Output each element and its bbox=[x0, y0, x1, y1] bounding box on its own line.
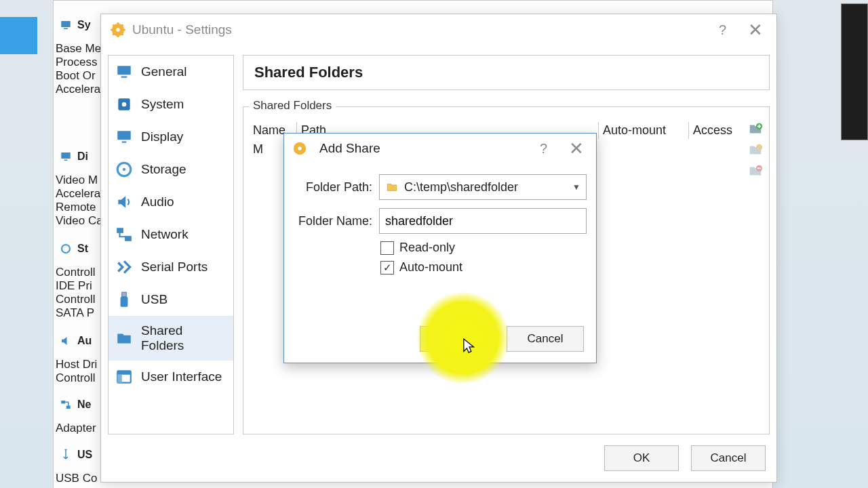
readonly-label: Read-only bbox=[399, 241, 455, 255]
dialog-title: Add Share bbox=[319, 141, 380, 156]
nav-label: System bbox=[141, 97, 184, 112]
svg-rect-31 bbox=[117, 375, 122, 383]
bg-audio-lines: Host DriControll bbox=[56, 358, 97, 385]
edit-share-button[interactable] bbox=[745, 140, 766, 159]
add-share-dialog: Add Share ? ✕ Folder Path: C:\temp\share… bbox=[283, 133, 597, 363]
nav-shared-folders[interactable]: Shared Folders bbox=[108, 316, 233, 361]
svg-point-20 bbox=[122, 102, 127, 107]
svg-point-8 bbox=[116, 28, 120, 32]
svg-point-36 bbox=[298, 146, 302, 150]
dialog-cancel-button[interactable]: Cancel bbox=[507, 326, 584, 352]
bg-section-display: Di bbox=[60, 150, 88, 163]
settings-window-title: Ubuntu - Settings bbox=[132, 22, 232, 37]
add-share-button[interactable] bbox=[745, 119, 766, 138]
nav-system[interactable]: System bbox=[108, 88, 233, 121]
svg-rect-17 bbox=[117, 66, 131, 75]
bg-storage-lines: ControllIDE PriControllSATA P bbox=[56, 266, 96, 320]
nav-label: General bbox=[141, 64, 187, 79]
col-access[interactable]: Access bbox=[688, 122, 742, 139]
svg-point-15 bbox=[113, 33, 115, 36]
svg-point-10 bbox=[117, 35, 119, 37]
bg-section-usb: US bbox=[60, 449, 92, 461]
settings-nav: General System Display Storage Audio Net… bbox=[108, 55, 234, 434]
bg-system-lines: Base MeProcessBoot OrAccelera bbox=[56, 42, 101, 96]
taskbar-app-icon[interactable] bbox=[0, 17, 37, 54]
folder-name-input[interactable] bbox=[379, 208, 587, 234]
svg-rect-21 bbox=[117, 131, 131, 140]
folder-path-combo[interactable]: C:\temp\sharedfolder ▼ bbox=[379, 174, 587, 200]
svg-point-16 bbox=[121, 24, 124, 27]
bg-section-system: Sy bbox=[60, 19, 91, 31]
svg-rect-2 bbox=[61, 152, 71, 159]
table-row[interactable]: M bbox=[250, 141, 266, 158]
svg-point-24 bbox=[123, 168, 125, 171]
dialog-close-button[interactable]: ✕ bbox=[559, 138, 593, 159]
svg-rect-30 bbox=[117, 371, 131, 374]
svg-rect-3 bbox=[64, 160, 68, 161]
bg-usb-lines: USB Co bbox=[56, 472, 97, 485]
nav-label: Serial Ports bbox=[141, 260, 208, 274]
svg-rect-27 bbox=[122, 292, 127, 297]
close-button[interactable]: ✕ bbox=[738, 20, 772, 41]
nav-network[interactable]: Network bbox=[108, 218, 233, 251]
svg-rect-1 bbox=[64, 28, 68, 30]
svg-point-11 bbox=[111, 28, 113, 31]
svg-point-4 bbox=[62, 245, 70, 253]
gear-icon bbox=[111, 22, 125, 37]
svg-point-9 bbox=[117, 22, 119, 25]
svg-rect-5 bbox=[61, 401, 65, 404]
settings-ok-button[interactable]: OK bbox=[604, 445, 679, 471]
nav-label: Shared Folders bbox=[141, 323, 226, 353]
settings-titlebar: Ubuntu - Settings ? ✕ bbox=[101, 14, 776, 45]
help-button[interactable]: ? bbox=[707, 22, 738, 38]
bg-system-title: Sy bbox=[77, 19, 91, 31]
nav-label: USB bbox=[141, 292, 167, 307]
nav-audio[interactable]: Audio bbox=[108, 186, 233, 218]
svg-rect-28 bbox=[121, 297, 128, 307]
bg-display-lines: Video MAcceleraRemoteVideo Ca bbox=[56, 174, 103, 228]
readonly-checkbox[interactable] bbox=[380, 241, 394, 255]
bg-section-audio: Au bbox=[60, 335, 92, 347]
preview-panel bbox=[841, 3, 868, 140]
content-title: Shared Folders bbox=[243, 55, 770, 90]
nav-general[interactable]: General bbox=[108, 56, 233, 88]
folder-path-value: C:\temp\sharedfolder bbox=[404, 180, 518, 195]
automount-checkbox[interactable]: ✓ bbox=[380, 261, 394, 274]
svg-rect-22 bbox=[122, 142, 127, 143]
gear-icon bbox=[292, 141, 307, 156]
chevron-down-icon: ▼ bbox=[572, 182, 580, 192]
nav-display[interactable]: Display bbox=[108, 121, 233, 153]
bg-audio-title: Au bbox=[77, 335, 92, 347]
col-automount[interactable]: Auto-mount bbox=[598, 122, 688, 139]
nav-label: User Interface bbox=[141, 369, 222, 384]
dialog-help-button[interactable]: ? bbox=[528, 141, 559, 157]
svg-point-12 bbox=[123, 28, 125, 31]
dialog-titlebar: Add Share ? ✕ bbox=[284, 134, 596, 163]
settings-cancel-button[interactable]: Cancel bbox=[691, 445, 766, 471]
svg-rect-25 bbox=[117, 228, 123, 233]
remove-share-button[interactable] bbox=[745, 161, 766, 180]
bg-network-lines: Adapter bbox=[56, 422, 96, 435]
folder-path-label: Folder Path: bbox=[294, 180, 372, 195]
dialog-ok-button[interactable]: OK bbox=[420, 326, 497, 352]
nav-label: Audio bbox=[141, 195, 174, 209]
folder-icon bbox=[385, 181, 399, 193]
svg-rect-0 bbox=[61, 21, 71, 27]
bg-section-storage: St bbox=[60, 243, 88, 255]
svg-point-14 bbox=[121, 33, 124, 36]
nav-label: Network bbox=[141, 227, 189, 242]
nav-usb[interactable]: USB bbox=[108, 283, 233, 316]
bg-section-network: Ne bbox=[60, 399, 91, 411]
bg-display-title: Di bbox=[77, 150, 88, 163]
folder-name-label: Folder Name: bbox=[294, 214, 372, 228]
svg-rect-18 bbox=[121, 77, 127, 78]
bg-usb-title: US bbox=[77, 449, 92, 461]
nav-serial-ports[interactable]: Serial Ports bbox=[108, 251, 233, 283]
automount-label: Auto-mount bbox=[399, 260, 462, 274]
bg-storage-title: St bbox=[77, 243, 88, 255]
nav-label: Display bbox=[141, 129, 183, 144]
nav-storage[interactable]: Storage bbox=[108, 153, 233, 186]
nav-label: Storage bbox=[141, 162, 186, 177]
nav-user-interface[interactable]: User Interface bbox=[108, 361, 233, 393]
svg-point-33 bbox=[756, 144, 762, 150]
